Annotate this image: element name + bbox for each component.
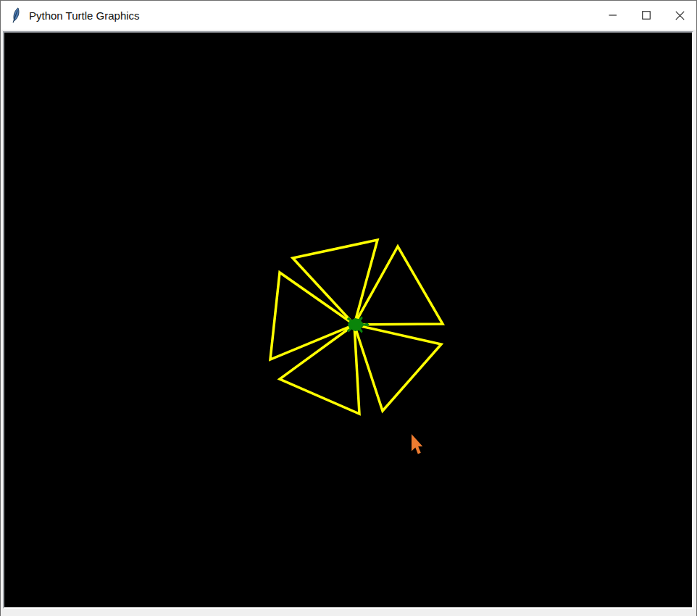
caption-controls bbox=[596, 1, 696, 30]
tk-feather-icon[interactable] bbox=[9, 7, 23, 24]
minimize-button[interactable] bbox=[596, 1, 630, 30]
turtle-canvas[interactable] bbox=[4, 33, 692, 607]
close-icon bbox=[675, 11, 685, 20]
turtle-graphics-window: Python Turtle Graphics bbox=[0, 0, 697, 616]
minimize-icon bbox=[609, 11, 617, 20]
maximize-button[interactable] bbox=[630, 1, 663, 30]
content-area bbox=[1, 30, 696, 616]
maximize-icon bbox=[642, 11, 651, 20]
close-button[interactable] bbox=[663, 1, 696, 30]
window-title: Python Turtle Graphics bbox=[29, 9, 140, 22]
canvas-frame bbox=[3, 31, 693, 609]
titlebar[interactable]: Python Turtle Graphics bbox=[1, 1, 696, 30]
